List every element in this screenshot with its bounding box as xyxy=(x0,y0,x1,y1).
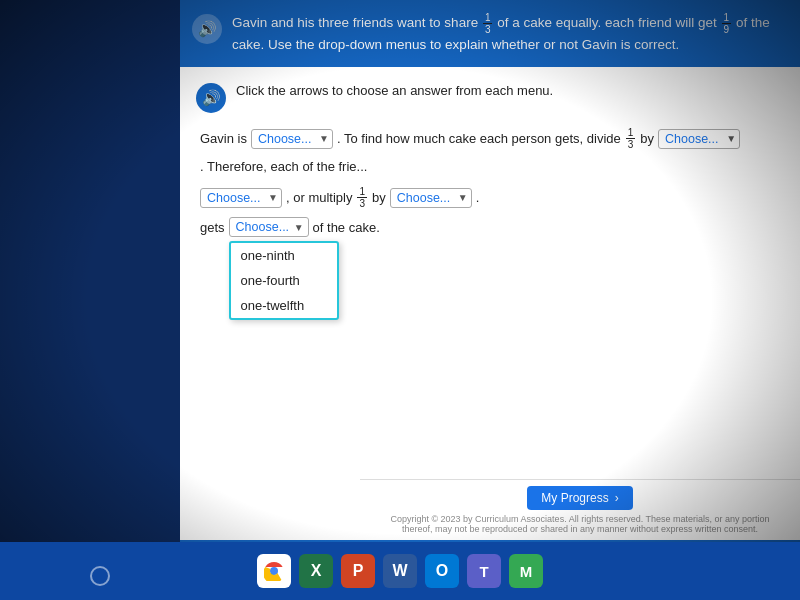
monitor-content: 🔊 Gavin and his three friends want to sh… xyxy=(180,0,800,540)
svg-point-0 xyxy=(270,567,278,575)
choose-select-4[interactable]: Choose... 3 4 xyxy=(390,188,472,208)
choose-select-1[interactable]: Choose... correct incorrect xyxy=(251,129,333,149)
problem-text-area: 🔊 Gavin and his three friends want to sh… xyxy=(180,0,800,67)
problem-line1: Gavin and his three friends want to shar… xyxy=(232,15,770,52)
left-panel xyxy=(0,0,180,542)
chrome-icon[interactable] xyxy=(257,554,291,588)
instruction-row: 🔊 Click the arrows to choose an answer f… xyxy=(196,81,784,113)
gets-label: gets xyxy=(200,220,225,235)
by-text-2: by xyxy=(372,186,386,209)
fraction-inline-2: 1 3 xyxy=(357,186,367,209)
dropdown-menu-open: one-ninth one-fourth one-twelfth xyxy=(229,241,339,320)
of-cake-label: of the cake. xyxy=(313,220,380,235)
copyright-text: Copyright © 2023 by Curriculum Associate… xyxy=(376,514,784,534)
choose-dropdown-1[interactable]: Choose... correct incorrect ▼ xyxy=(251,129,333,149)
choose-dropdown-5-wrapper[interactable]: Choose... ▼ one-ninth one-fourth one-twe… xyxy=(229,217,309,237)
period-text: . xyxy=(476,186,480,209)
menu-item-one-twelfth[interactable]: one-twelfth xyxy=(231,293,337,318)
sentence-rows: Gavin is Choose... correct incorrect ▼ .… xyxy=(196,127,784,237)
speaker-button-1[interactable]: 🔊 xyxy=(192,14,222,44)
choose-dropdown-2[interactable]: Choose... 3 4 ▼ xyxy=(658,129,740,149)
gavin-is-label: Gavin is xyxy=(200,127,247,150)
therefore-text: . Therefore, each of the frie... xyxy=(200,155,367,178)
choose-select-3[interactable]: Choose... divide multiply xyxy=(200,188,282,208)
menu-item-one-fourth[interactable]: one-fourth xyxy=(231,268,337,293)
word-icon[interactable]: W xyxy=(383,554,417,588)
sentence-row-2: Choose... divide multiply ▼ , or multipl… xyxy=(200,186,784,209)
fraction-one-ninth: 1 9 xyxy=(722,12,732,35)
meet-icon[interactable]: M xyxy=(509,554,543,588)
speaker-button-2[interactable]: 🔊 xyxy=(196,83,226,113)
choose-dropdown-3[interactable]: Choose... divide multiply ▼ xyxy=(200,188,282,208)
instruction-text: Click the arrows to choose an answer fro… xyxy=(236,81,553,101)
choose-dropdown-4[interactable]: Choose... 3 4 ▼ xyxy=(390,188,472,208)
outlook-icon[interactable]: O xyxy=(425,554,459,588)
powerpoint-icon[interactable]: P xyxy=(341,554,375,588)
fraction-inline-1: 1 3 xyxy=(626,127,636,150)
my-progress-label: My Progress xyxy=(541,491,608,505)
my-progress-button[interactable]: My Progress › xyxy=(527,486,632,510)
white-area: 🔊 Click the arrows to choose an answer f… xyxy=(180,67,800,255)
choose-open-button[interactable]: Choose... ▼ xyxy=(229,217,309,237)
home-indicator xyxy=(90,566,110,586)
footer: My Progress › Copyright © 2023 by Curric… xyxy=(360,479,800,540)
by-text-1: by xyxy=(640,127,654,150)
excel-icon[interactable]: X xyxy=(299,554,333,588)
fraction-one-third: 1 3 xyxy=(483,12,493,35)
to-find-text: . To find how much cake each person gets… xyxy=(337,127,621,150)
dropdown-arrow-5: ▼ xyxy=(294,222,304,233)
problem-text: Gavin and his three friends want to shar… xyxy=(232,12,784,55)
choose-select-2[interactable]: Choose... 3 4 xyxy=(658,129,740,149)
chevron-right-icon: › xyxy=(615,491,619,505)
screen: 🔊 Gavin and his three friends want to sh… xyxy=(0,0,800,600)
sentence-row-1: Gavin is Choose... correct incorrect ▼ .… xyxy=(200,127,784,178)
speaker-icon-2: 🔊 xyxy=(202,89,221,107)
speaker-icon-1: 🔊 xyxy=(198,18,217,41)
menu-item-one-ninth[interactable]: one-ninth xyxy=(231,243,337,268)
choose-open-label: Choose... xyxy=(236,220,290,234)
gets-row: gets Choose... ▼ one-ninth one-fourth on… xyxy=(200,217,784,237)
teams-icon[interactable]: T xyxy=(467,554,501,588)
or-multiply-text: , or multiply xyxy=(286,186,352,209)
taskbar: X P W O T M xyxy=(0,542,800,600)
